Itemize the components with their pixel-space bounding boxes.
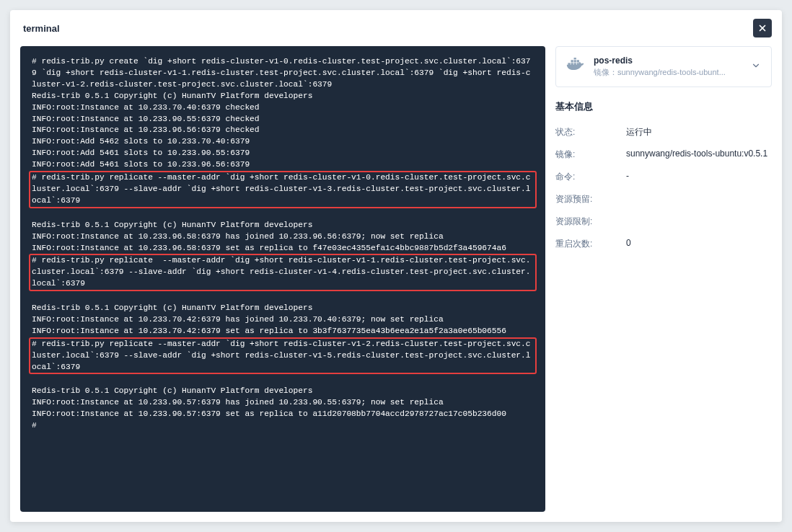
container-name: pos-redis	[594, 56, 742, 66]
terminal-modal: terminal # redis-trib.py create `dig +sh…	[10, 10, 782, 522]
info-row: 命令:-	[555, 171, 772, 183]
modal-body: # redis-trib.py create `dig +short redis…	[10, 46, 782, 522]
info-value: -	[626, 171, 772, 183]
info-row: 状态:运行中	[555, 126, 772, 138]
container-card[interactable]: pos-redis 镜像：sunnywang/redis-tools-ubunt…	[555, 46, 772, 87]
terminal-line: INFO:root:Instance at 10.233.96.56:6379 …	[32, 125, 260, 134]
terminal-line: Redis-trib 0.5.1 Copyright (c) HunanTV P…	[32, 303, 312, 312]
modal-header: terminal	[10, 10, 782, 46]
terminal-line: INFO:root:Instance at 10.233.70.42:6379 …	[32, 327, 506, 335]
info-label: 资源预留:	[555, 193, 617, 205]
info-value: 运行中	[626, 126, 772, 138]
container-subtitle: 镜像：sunnywang/redis-tools-ubunt...	[594, 67, 742, 78]
info-row: 资源限制:	[555, 216, 772, 228]
info-label: 镜像:	[555, 148, 617, 161]
info-value	[626, 193, 772, 205]
close-button[interactable]	[753, 19, 772, 37]
terminal-line: INFO:root:Instance at 10.233.96.58:6379 …	[32, 232, 444, 241]
terminal-line: INFO:root:Add 5461 slots to 10.233.90.55…	[32, 148, 250, 157]
terminal-line: # redis-trib.py replicate --master-addr …	[29, 337, 537, 375]
terminal-line: INFO:root:Instance at 10.233.70.40:6379 …	[32, 103, 260, 112]
terminal-pane[interactable]: # redis-trib.py create `dig +short redis…	[20, 46, 545, 512]
svg-rect-7	[574, 60, 576, 62]
terminal-line: INFO:root:Instance at 10.233.90.55:6379 …	[32, 115, 260, 123]
info-row: 资源预留:	[555, 193, 772, 205]
info-value: 0	[626, 238, 772, 250]
chevron-down-icon	[751, 61, 761, 74]
side-panel: pos-redis 镜像：sunnywang/redis-tools-ubunt…	[555, 46, 772, 512]
svg-rect-6	[571, 60, 573, 62]
terminal-line: Redis-trib 0.5.1 Copyright (c) HunanTV P…	[32, 386, 312, 395]
terminal-line: # redis-trib.py create `dig +short redis…	[32, 57, 531, 89]
info-value	[626, 216, 772, 228]
terminal-line: Redis-trib 0.5.1 Copyright (c) HunanTV P…	[32, 92, 312, 100]
info-value: sunnywang/redis-tools-ubuntu:v0.5.1	[626, 148, 772, 161]
terminal-line: INFO:root:Add 5461 slots to 10.233.96.56…	[32, 160, 250, 169]
info-label: 命令:	[555, 171, 617, 183]
info-rows: 状态:运行中镜像:sunnywang/redis-tools-ubuntu:v0…	[555, 126, 772, 250]
info-row: 重启次数:0	[555, 238, 772, 250]
info-label: 资源限制:	[555, 216, 617, 228]
terminal-line: # redis-trib.py replicate --master-addr …	[29, 171, 537, 208]
info-section-title: 基本信息	[555, 100, 772, 113]
container-text: pos-redis 镜像：sunnywang/redis-tools-ubunt…	[594, 56, 742, 78]
terminal-line: INFO:root:Add 5462 slots to 10.233.70.40…	[32, 137, 250, 146]
terminal-line: INFO:root:Instance at 10.233.96.58:6379 …	[32, 244, 506, 252]
info-label: 重启次数:	[555, 238, 617, 250]
terminal-line: INFO:root:Instance at 10.233.70.42:6379 …	[32, 315, 444, 324]
close-icon	[757, 23, 767, 33]
info-label: 状态:	[555, 126, 617, 138]
svg-rect-8	[577, 60, 579, 62]
terminal-line: #	[32, 421, 37, 430]
modal-title: terminal	[23, 23, 60, 34]
info-row: 镜像:sunnywang/redis-tools-ubuntu:v0.5.1	[555, 148, 772, 161]
docker-icon	[566, 58, 585, 76]
terminal-line: INFO:root:Instance at 10.233.90.57:6379 …	[32, 398, 444, 407]
terminal-line: # redis-trib.py replicate --master-addr …	[29, 254, 537, 291]
terminal-line: Redis-trib 0.5.1 Copyright (c) HunanTV P…	[32, 221, 312, 229]
svg-rect-9	[574, 58, 576, 59]
terminal-output: # redis-trib.py create `dig +short redis…	[32, 56, 534, 432]
terminal-line: INFO:root:Instance at 10.233.90.57:6379 …	[32, 409, 506, 418]
